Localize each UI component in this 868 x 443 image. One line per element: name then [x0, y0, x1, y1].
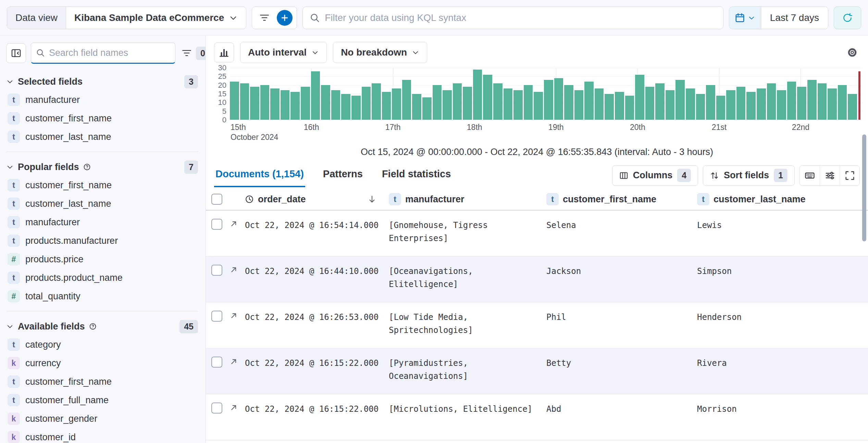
field-list-item[interactable]: kcurrency — [6, 354, 198, 372]
histogram-bar[interactable] — [625, 96, 634, 120]
fullscreen-button[interactable] — [840, 166, 859, 185]
field-list-item[interactable]: tcustomer_full_name — [6, 391, 198, 409]
histogram-bar[interactable] — [635, 75, 644, 120]
histogram-bar[interactable] — [584, 82, 594, 120]
expand-document-icon[interactable] — [229, 219, 238, 228]
tab-documents[interactable]: Documents (1,154) — [214, 164, 305, 187]
histogram-bar[interactable] — [574, 90, 584, 120]
histogram-bar[interactable] — [554, 78, 563, 120]
filters-menu-button[interactable] — [256, 8, 273, 28]
histogram-bar[interactable] — [797, 87, 806, 120]
histogram-bar[interactable] — [382, 92, 391, 120]
display-options-button[interactable] — [820, 166, 840, 185]
histogram-bar[interactable] — [504, 88, 513, 120]
histogram-bar[interactable] — [351, 96, 361, 120]
histogram-bar[interactable] — [524, 85, 533, 120]
field-list-item[interactable]: kcustomer_gender — [6, 409, 198, 428]
histogram-bar[interactable] — [716, 96, 726, 120]
field-section-header[interactable]: Available fields45 — [6, 318, 198, 335]
chart-options-button[interactable] — [845, 45, 860, 60]
histogram-bar[interactable] — [746, 92, 756, 120]
histogram-bar[interactable] — [706, 85, 715, 120]
histogram-bar[interactable] — [250, 87, 259, 120]
breakdown-select-button[interactable]: No breakdown — [333, 42, 427, 63]
keyboard-shortcuts-button[interactable] — [800, 166, 820, 185]
histogram-bar[interactable] — [493, 83, 503, 120]
histogram-bar[interactable] — [736, 87, 746, 120]
histogram-bar[interactable] — [362, 87, 371, 120]
histogram-bar[interactable] — [422, 97, 432, 120]
histogram-bar[interactable] — [281, 90, 290, 120]
histogram-bar[interactable] — [270, 88, 280, 120]
histogram-bar[interactable] — [331, 90, 340, 120]
field-list-item[interactable]: kcustomer_id — [6, 428, 198, 443]
histogram-bar[interactable] — [412, 94, 421, 120]
refresh-button[interactable] — [834, 7, 861, 29]
field-list-item[interactable]: tcustomer_last_name — [6, 194, 198, 213]
histogram-bar[interactable] — [341, 94, 350, 120]
row-checkbox[interactable] — [211, 311, 222, 322]
field-search-input[interactable] — [49, 48, 170, 58]
tab-field-statistics[interactable]: Field statistics — [381, 164, 452, 187]
select-all-checkbox[interactable] — [211, 194, 222, 205]
field-list-item[interactable]: tproducts.manufacturer — [6, 231, 198, 250]
expand-document-icon[interactable] — [229, 357, 238, 366]
field-list-item[interactable]: #products.price — [6, 250, 198, 268]
collapse-sidebar-button[interactable] — [6, 43, 26, 63]
field-section-header[interactable]: Selected fields3 — [6, 73, 198, 91]
row-checkbox[interactable] — [211, 219, 222, 230]
data-view-button[interactable]: Kibana Sample Data eCommerce — [66, 7, 246, 29]
field-list-item[interactable]: tmanufacturer — [6, 91, 198, 109]
histogram-bar[interactable] — [675, 80, 685, 120]
field-list-item[interactable]: tcustomer_first_name — [6, 109, 198, 128]
vertical-scrollbar[interactable] — [862, 134, 866, 241]
sort-fields-button[interactable]: Sort fields 1 — [703, 165, 795, 186]
histogram-bar[interactable] — [290, 92, 300, 120]
field-list-item[interactable]: #total_quantity — [6, 287, 198, 306]
histogram-bar[interactable] — [402, 80, 411, 120]
tab-patterns[interactable]: Patterns — [322, 164, 364, 187]
histogram-bar[interactable] — [372, 83, 381, 120]
interval-select-button[interactable]: Auto interval — [240, 42, 327, 63]
histogram-bar[interactable] — [645, 87, 655, 120]
row-checkbox[interactable] — [211, 403, 222, 414]
edit-visualization-button[interactable] — [214, 43, 234, 62]
histogram-bar[interactable] — [443, 90, 452, 120]
field-list-item[interactable]: tcustomer_first_name — [6, 372, 198, 391]
histogram-bar[interactable] — [767, 83, 776, 120]
columns-button[interactable]: Columns 4 — [612, 165, 698, 186]
histogram-bar[interactable] — [787, 82, 796, 120]
field-list-item[interactable]: tcustomer_last_name — [6, 128, 198, 146]
field-list-item[interactable]: tcustomer_first_name — [6, 176, 198, 194]
histogram-bar[interactable] — [433, 85, 442, 120]
histogram-bar[interactable] — [655, 83, 665, 120]
histogram-bar[interactable] — [726, 90, 735, 120]
histogram-bar[interactable] — [696, 94, 705, 120]
histogram-bar[interactable] — [605, 94, 614, 120]
histogram-bar[interactable] — [777, 90, 786, 120]
expand-document-icon[interactable] — [229, 403, 238, 412]
histogram-bar[interactable] — [595, 88, 604, 120]
histogram-bar[interactable] — [321, 85, 330, 120]
histogram-bar[interactable] — [311, 71, 320, 120]
add-filter-button[interactable] — [277, 10, 293, 26]
histogram-bar[interactable] — [838, 85, 847, 120]
time-range-button[interactable]: Last 7 days — [761, 7, 828, 29]
histogram-bar[interactable] — [807, 80, 817, 120]
column-header-order_date[interactable]: order_date — [245, 194, 389, 205]
field-list-item[interactable]: tcategory — [6, 335, 198, 354]
column-header-manufacturer[interactable]: tmanufacturer — [389, 193, 546, 205]
column-header-customer_last_name[interactable]: tcustomer_last_name — [697, 193, 868, 205]
expand-document-icon[interactable] — [229, 265, 238, 274]
histogram-bar[interactable] — [615, 92, 624, 120]
date-picker-menu-button[interactable] — [729, 7, 761, 29]
histogram-bar[interactable] — [686, 88, 695, 120]
histogram-bar[interactable] — [301, 87, 310, 120]
histogram-bar[interactable] — [463, 87, 472, 120]
histogram-bar[interactable] — [757, 88, 766, 120]
histogram-bar[interactable] — [240, 83, 249, 120]
row-checkbox[interactable] — [211, 357, 222, 368]
histogram-bar[interactable] — [818, 83, 827, 120]
histogram-bar[interactable] — [392, 88, 401, 120]
field-list-item[interactable]: tproducts.product_name — [6, 268, 198, 287]
